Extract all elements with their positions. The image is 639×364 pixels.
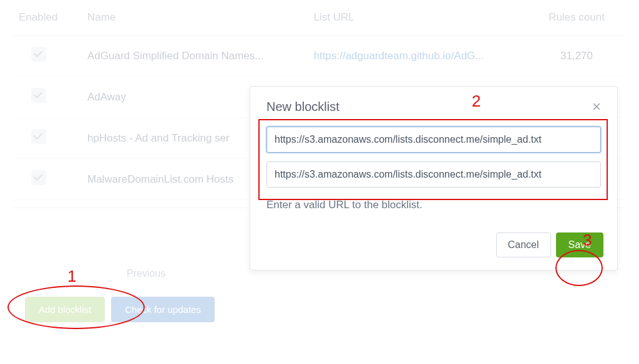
row-url[interactable]: https://adguardteam.github.io/AdG... [308, 36, 527, 77]
table-header-row: Enabled Name List URL Rules count [12, 0, 627, 36]
col-rules: Rules count [527, 0, 627, 36]
modal-title: New blocklist [266, 100, 339, 114]
close-icon[interactable]: × [592, 99, 601, 114]
annotation-number-2: 2 [472, 92, 480, 111]
annotation-rect-2 [258, 119, 608, 200]
col-name: Name [81, 0, 308, 36]
annotation-ellipse-3 [555, 250, 603, 286]
row-name: AdGuard Simplified Domain Names... [81, 36, 308, 77]
annotation-number-1: 1 [67, 267, 76, 286]
table-row: AdGuard Simplified Domain Names... https… [12, 36, 627, 77]
cancel-button[interactable]: Cancel [496, 232, 551, 257]
col-enabled: Enabled [12, 0, 81, 36]
row-rules: 31,270 [527, 36, 627, 77]
checkbox-icon[interactable] [31, 88, 46, 103]
previous-button[interactable]: Previous [115, 262, 177, 285]
checkbox-icon[interactable] [31, 170, 46, 185]
checkbox-icon[interactable] [31, 129, 46, 144]
annotation-number-3: 3 [583, 231, 592, 250]
checkbox-icon[interactable] [31, 47, 46, 62]
col-url: List URL [308, 0, 527, 36]
modal-help-text: Enter a valid URL to the blocklist. [266, 199, 601, 211]
annotation-ellipse-1 [7, 285, 145, 329]
